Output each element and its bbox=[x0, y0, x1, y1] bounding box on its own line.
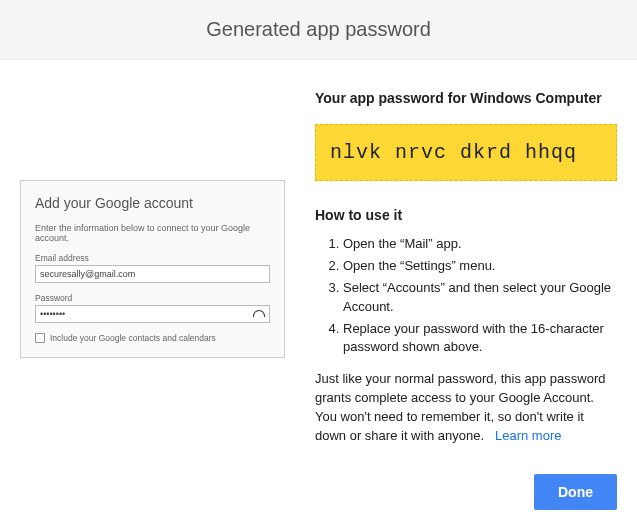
include-checkbox-row: Include your Google contacts and calenda… bbox=[35, 333, 270, 343]
example-dialog: Add your Google account Enter the inform… bbox=[20, 180, 285, 358]
step-item: Open the “Mail” app. bbox=[343, 235, 617, 253]
password-field-example: •••••••• bbox=[35, 305, 270, 323]
step-item: Open the “Settings” menu. bbox=[343, 257, 617, 275]
how-to-heading: How to use it bbox=[315, 207, 617, 223]
checkbox-icon bbox=[35, 333, 45, 343]
info-paragraph: Just like your normal password, this app… bbox=[315, 370, 617, 445]
learn-more-link[interactable]: Learn more bbox=[495, 428, 561, 443]
step-item: Replace your password with the 16-charac… bbox=[343, 320, 617, 356]
done-button[interactable]: Done bbox=[534, 474, 617, 510]
step-item: Select “Accounts” and then select your G… bbox=[343, 279, 617, 315]
steps-list: Open the “Mail” app. Open the “Settings”… bbox=[343, 235, 617, 356]
page-title: Generated app password bbox=[0, 0, 637, 60]
content-area: Add your Google account Enter the inform… bbox=[0, 60, 637, 466]
info-text: Just like your normal password, this app… bbox=[315, 371, 605, 443]
illustration-column: Add your Google account Enter the inform… bbox=[20, 90, 285, 446]
email-label: Email address bbox=[35, 253, 270, 263]
generated-password: nlvk nrvc dkrd hhqq bbox=[315, 124, 617, 181]
app-password-subtitle: Your app password for Windows Computer bbox=[315, 90, 617, 106]
footer: Done bbox=[0, 466, 637, 527]
example-dialog-title: Add your Google account bbox=[35, 195, 270, 211]
checkbox-label: Include your Google contacts and calenda… bbox=[50, 333, 216, 343]
example-dialog-subtitle: Enter the information below to connect t… bbox=[35, 223, 270, 243]
password-label: Password bbox=[35, 293, 270, 303]
email-field-example: securesally@gmail.com bbox=[35, 265, 270, 283]
instructions-column: Your app password for Windows Computer n… bbox=[315, 90, 617, 446]
